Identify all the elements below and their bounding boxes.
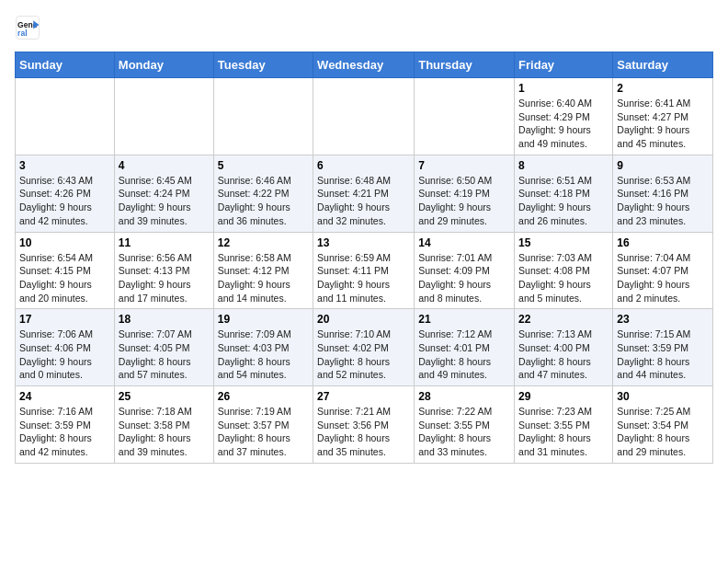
calendar-cell: 10Sunrise: 6:54 AM Sunset: 4:15 PM Dayli… (16, 232, 115, 309)
day-info: Sunrise: 7:03 AM Sunset: 4:08 PM Dayligh… (518, 251, 609, 305)
day-info: Sunrise: 7:04 AM Sunset: 4:07 PM Dayligh… (617, 251, 709, 305)
logo: Gene ral (15, 15, 44, 40)
day-number: 27 (317, 390, 410, 403)
day-info: Sunrise: 6:48 AM Sunset: 4:21 PM Dayligh… (317, 174, 410, 228)
day-info: Sunrise: 7:01 AM Sunset: 4:09 PM Dayligh… (418, 251, 510, 305)
calendar-cell: 14Sunrise: 7:01 AM Sunset: 4:09 PM Dayli… (415, 232, 515, 309)
calendar-cell (415, 78, 515, 155)
day-number: 20 (317, 313, 410, 326)
day-info: Sunrise: 7:18 AM Sunset: 3:58 PM Dayligh… (119, 405, 210, 459)
calendar-cell: 19Sunrise: 7:09 AM Sunset: 4:03 PM Dayli… (213, 309, 313, 386)
day-info: Sunrise: 6:40 AM Sunset: 4:29 PM Dayligh… (518, 97, 609, 151)
header: Gene ral (15, 15, 713, 40)
calendar-week-row: 10Sunrise: 6:54 AM Sunset: 4:15 PM Dayli… (16, 232, 713, 309)
day-number: 26 (218, 390, 309, 403)
calendar-week-row: 3Sunrise: 6:43 AM Sunset: 4:26 PM Daylig… (16, 155, 713, 232)
day-info: Sunrise: 6:43 AM Sunset: 4:26 PM Dayligh… (19, 174, 110, 228)
calendar-cell: 27Sunrise: 7:21 AM Sunset: 3:56 PM Dayli… (313, 386, 415, 464)
day-number: 3 (19, 159, 110, 172)
day-info: Sunrise: 6:46 AM Sunset: 4:22 PM Dayligh… (218, 174, 309, 228)
day-number: 19 (218, 313, 309, 326)
day-info: Sunrise: 6:56 AM Sunset: 4:13 PM Dayligh… (119, 251, 210, 305)
day-info: Sunrise: 7:12 AM Sunset: 4:01 PM Dayligh… (418, 327, 510, 382)
logo-icon: Gene ral (15, 15, 40, 40)
day-info: Sunrise: 6:59 AM Sunset: 4:11 PM Dayligh… (317, 251, 410, 305)
calendar-cell: 2Sunrise: 6:41 AM Sunset: 4:27 PM Daylig… (613, 78, 713, 155)
calendar-day-header: Monday (114, 52, 213, 78)
day-number: 15 (518, 236, 609, 249)
calendar-cell: 13Sunrise: 6:59 AM Sunset: 4:11 PM Dayli… (313, 232, 415, 309)
day-info: Sunrise: 7:25 AM Sunset: 3:54 PM Dayligh… (617, 405, 709, 459)
calendar-cell: 4Sunrise: 6:45 AM Sunset: 4:24 PM Daylig… (114, 155, 213, 232)
day-info: Sunrise: 7:16 AM Sunset: 3:59 PM Dayligh… (19, 405, 110, 459)
calendar-cell (16, 78, 115, 155)
day-number: 13 (317, 236, 410, 249)
day-number: 21 (418, 313, 510, 326)
calendar-week-row: 17Sunrise: 7:06 AM Sunset: 4:06 PM Dayli… (16, 309, 713, 386)
calendar-cell: 29Sunrise: 7:23 AM Sunset: 3:55 PM Dayli… (515, 386, 613, 464)
day-info: Sunrise: 7:19 AM Sunset: 3:57 PM Dayligh… (218, 405, 309, 459)
day-info: Sunrise: 7:13 AM Sunset: 4:00 PM Dayligh… (518, 327, 609, 382)
calendar-day-header: Wednesday (313, 52, 415, 78)
day-info: Sunrise: 7:07 AM Sunset: 4:05 PM Dayligh… (119, 327, 210, 382)
day-number: 7 (418, 159, 510, 172)
day-info: Sunrise: 7:15 AM Sunset: 3:59 PM Dayligh… (617, 327, 709, 382)
calendar-week-row: 24Sunrise: 7:16 AM Sunset: 3:59 PM Dayli… (16, 386, 713, 464)
day-number: 2 (617, 82, 709, 95)
calendar-week-row: 1Sunrise: 6:40 AM Sunset: 4:29 PM Daylig… (16, 78, 713, 155)
calendar-cell: 30Sunrise: 7:25 AM Sunset: 3:54 PM Dayli… (613, 386, 713, 464)
day-number: 9 (617, 159, 709, 172)
calendar-cell: 12Sunrise: 6:58 AM Sunset: 4:12 PM Dayli… (213, 232, 313, 309)
calendar-cell: 3Sunrise: 6:43 AM Sunset: 4:26 PM Daylig… (16, 155, 115, 232)
day-number: 8 (518, 159, 609, 172)
day-info: Sunrise: 6:45 AM Sunset: 4:24 PM Dayligh… (119, 174, 210, 228)
calendar-cell (313, 78, 415, 155)
calendar-day-header: Thursday (415, 52, 515, 78)
svg-text:ral: ral (17, 29, 27, 38)
calendar-cell: 24Sunrise: 7:16 AM Sunset: 3:59 PM Dayli… (16, 386, 115, 464)
day-info: Sunrise: 6:50 AM Sunset: 4:19 PM Dayligh… (418, 174, 510, 228)
day-info: Sunrise: 7:09 AM Sunset: 4:03 PM Dayligh… (218, 327, 309, 382)
calendar-day-header: Sunday (16, 52, 115, 78)
calendar-cell (114, 78, 213, 155)
calendar-cell: 9Sunrise: 6:53 AM Sunset: 4:16 PM Daylig… (613, 155, 713, 232)
day-info: Sunrise: 7:10 AM Sunset: 4:02 PM Dayligh… (317, 327, 410, 382)
day-number: 17 (19, 313, 110, 326)
day-info: Sunrise: 6:54 AM Sunset: 4:15 PM Dayligh… (19, 251, 110, 305)
calendar-cell: 6Sunrise: 6:48 AM Sunset: 4:21 PM Daylig… (313, 155, 415, 232)
calendar-cell: 28Sunrise: 7:22 AM Sunset: 3:55 PM Dayli… (415, 386, 515, 464)
day-number: 24 (19, 390, 110, 403)
day-info: Sunrise: 7:21 AM Sunset: 3:56 PM Dayligh… (317, 405, 410, 459)
day-number: 28 (418, 390, 510, 403)
calendar-cell: 26Sunrise: 7:19 AM Sunset: 3:57 PM Dayli… (213, 386, 313, 464)
day-number: 4 (119, 159, 210, 172)
calendar-cell: 16Sunrise: 7:04 AM Sunset: 4:07 PM Dayli… (613, 232, 713, 309)
day-info: Sunrise: 6:41 AM Sunset: 4:27 PM Dayligh… (617, 97, 709, 151)
calendar-cell: 1Sunrise: 6:40 AM Sunset: 4:29 PM Daylig… (515, 78, 613, 155)
day-info: Sunrise: 7:23 AM Sunset: 3:55 PM Dayligh… (518, 405, 609, 459)
calendar-cell (213, 78, 313, 155)
day-info: Sunrise: 7:22 AM Sunset: 3:55 PM Dayligh… (418, 405, 510, 459)
day-number: 11 (119, 236, 210, 249)
calendar-cell: 21Sunrise: 7:12 AM Sunset: 4:01 PM Dayli… (415, 309, 515, 386)
day-number: 18 (119, 313, 210, 326)
calendar-body: 1Sunrise: 6:40 AM Sunset: 4:29 PM Daylig… (16, 78, 713, 464)
day-number: 14 (418, 236, 510, 249)
calendar-table: SundayMondayTuesdayWednesdayThursdayFrid… (15, 52, 713, 464)
day-number: 30 (617, 390, 709, 403)
day-number: 29 (518, 390, 609, 403)
calendar-cell: 25Sunrise: 7:18 AM Sunset: 3:58 PM Dayli… (114, 386, 213, 464)
calendar-cell: 17Sunrise: 7:06 AM Sunset: 4:06 PM Dayli… (16, 309, 115, 386)
day-info: Sunrise: 6:51 AM Sunset: 4:18 PM Dayligh… (518, 174, 609, 228)
calendar-cell: 11Sunrise: 6:56 AM Sunset: 4:13 PM Dayli… (114, 232, 213, 309)
calendar-cell: 8Sunrise: 6:51 AM Sunset: 4:18 PM Daylig… (515, 155, 613, 232)
day-number: 16 (617, 236, 709, 249)
calendar-cell: 5Sunrise: 6:46 AM Sunset: 4:22 PM Daylig… (213, 155, 313, 232)
calendar-day-header: Friday (515, 52, 613, 78)
calendar-day-header: Saturday (613, 52, 713, 78)
day-info: Sunrise: 6:58 AM Sunset: 4:12 PM Dayligh… (218, 251, 309, 305)
day-number: 1 (518, 82, 609, 95)
calendar-day-header: Tuesday (213, 52, 313, 78)
day-number: 23 (617, 313, 709, 326)
day-number: 5 (218, 159, 309, 172)
